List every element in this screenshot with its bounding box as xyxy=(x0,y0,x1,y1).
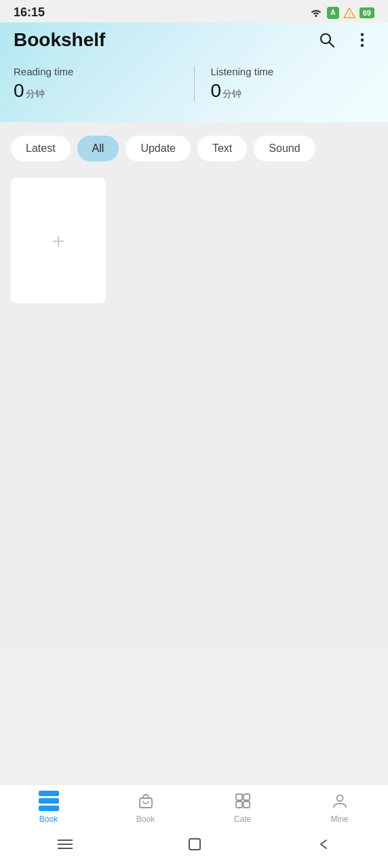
system-home-button[interactable] xyxy=(177,835,212,857)
add-icon: ＋ xyxy=(47,226,69,256)
listening-time-value: 0分钟 xyxy=(211,80,375,102)
svg-rect-7 xyxy=(140,798,152,808)
status-icons: A ! 69 xyxy=(309,7,374,19)
system-menu-button[interactable] xyxy=(47,836,83,856)
search-icon xyxy=(317,31,336,50)
svg-point-5 xyxy=(361,39,364,41)
more-button[interactable] xyxy=(350,28,374,52)
listening-time-label: Listening time xyxy=(211,66,375,77)
page-title: Bookshelf xyxy=(14,29,105,51)
svg-rect-8 xyxy=(236,794,242,800)
stats-divider xyxy=(194,66,195,102)
status-time: 16:15 xyxy=(14,5,45,20)
svg-point-0 xyxy=(315,15,317,17)
nav-item-shop[interactable]: Book xyxy=(125,790,166,824)
listening-time-stat: Listening time 0分钟 xyxy=(211,66,375,102)
nav-item-book[interactable]: Book xyxy=(28,790,69,824)
svg-line-3 xyxy=(330,43,334,47)
svg-rect-9 xyxy=(244,794,250,800)
content-area: ＋ xyxy=(0,172,388,647)
filter-tab-text[interactable]: Text xyxy=(197,136,247,161)
app-icon: A xyxy=(327,7,339,19)
svg-point-6 xyxy=(361,44,364,47)
home-square-icon xyxy=(188,837,201,851)
svg-rect-16 xyxy=(189,839,200,850)
svg-text:!: ! xyxy=(348,11,350,17)
wifi-icon xyxy=(309,8,323,18)
warning-icon: ! xyxy=(343,7,355,18)
filter-tab-latest[interactable]: Latest xyxy=(11,136,71,161)
svg-point-12 xyxy=(336,795,343,802)
nav-item-mine[interactable]: Mine xyxy=(319,790,360,824)
bottom-nav: Book Book Cate xyxy=(0,784,388,868)
reading-unit: 分钟 xyxy=(26,88,45,100)
nav-label-cate: Cate xyxy=(234,814,251,824)
svg-point-4 xyxy=(361,33,364,36)
nav-item-cate[interactable]: Cate xyxy=(222,790,263,824)
system-back-button[interactable] xyxy=(306,835,341,857)
status-bar: 16:15 A ! 69 xyxy=(0,0,388,22)
header-area: Bookshelf Reading time 0分钟 xyxy=(0,22,388,122)
filter-tab-all[interactable]: All xyxy=(77,136,119,161)
nav-label-book: Book xyxy=(39,814,58,824)
filter-tab-update[interactable]: Update xyxy=(125,136,191,161)
reading-time-label: Reading time xyxy=(14,66,178,77)
battery-icon: 69 xyxy=(360,7,374,18)
hamburger-icon xyxy=(58,839,73,850)
system-nav xyxy=(0,827,388,868)
filter-section: Latest All Update Text Sound xyxy=(0,122,388,172)
nav-label-mine: Mine xyxy=(330,814,348,824)
stats-row: Reading time 0分钟 Listening time 0分钟 xyxy=(14,66,374,102)
mine-icon xyxy=(329,790,351,812)
nav-items: Book Book Cate xyxy=(0,785,388,827)
header-actions xyxy=(315,28,374,52)
svg-rect-10 xyxy=(236,802,242,808)
filter-tab-sound[interactable]: Sound xyxy=(254,136,315,161)
shop-icon xyxy=(135,790,157,812)
search-button[interactable] xyxy=(315,28,339,52)
cate-icon xyxy=(232,790,254,812)
back-icon xyxy=(317,837,330,851)
book-shelf-icon xyxy=(38,790,60,812)
add-book-button[interactable]: ＋ xyxy=(11,178,106,303)
reading-time-value: 0分钟 xyxy=(14,80,178,102)
header-top: Bookshelf xyxy=(14,22,374,66)
nav-label-shop: Book xyxy=(136,814,155,824)
reading-time-stat: Reading time 0分钟 xyxy=(14,66,178,102)
filter-tabs: Latest All Update Text Sound xyxy=(11,136,377,172)
listening-unit: 分钟 xyxy=(222,88,241,100)
more-icon xyxy=(353,31,372,50)
svg-rect-11 xyxy=(244,802,250,808)
